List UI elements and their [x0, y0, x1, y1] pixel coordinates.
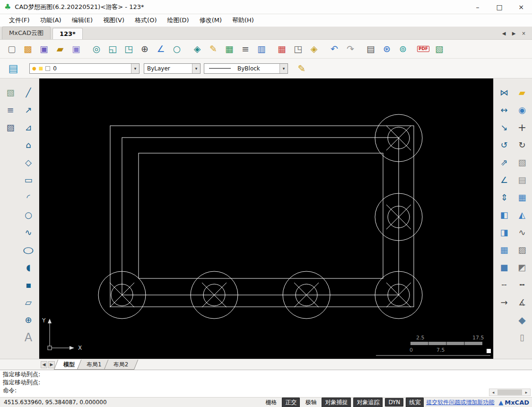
toggle-grid[interactable]: 栅格 [262, 398, 279, 407]
layer-select[interactable]: ● ■ 0 ▾ [29, 63, 140, 74]
new-layout-icon[interactable]: ▯ [515, 330, 530, 345]
extend-icon[interactable]: ↔ [497, 103, 512, 118]
menu-view[interactable]: 视图(V) [98, 15, 130, 26]
zoom-previous-icon[interactable]: ◎ [88, 41, 105, 57]
toggle-osnap[interactable]: 对象捕捉 [322, 398, 351, 407]
minimize-button[interactable]: – [467, 0, 488, 14]
zoom-extents-icon[interactable]: ◳ [121, 41, 137, 57]
command-scrollbar[interactable]: ◂ ▸ [489, 389, 531, 396]
undo-icon[interactable]: ↶ [326, 41, 342, 57]
next-tab-icon[interactable]: ▶ [510, 30, 517, 37]
revcloud-icon[interactable]: ⊕ [21, 312, 36, 328]
trim-icon[interactable]: ⋈ [497, 85, 512, 100]
linetype-dropdown-arrow[interactable]: ▾ [279, 64, 288, 73]
polygon-icon[interactable]: ⌂ [21, 138, 36, 153]
toggle-ortho[interactable]: 正交 [282, 398, 300, 407]
prev-tab-icon[interactable]: ◀ [500, 30, 507, 37]
toggle-polar[interactable]: 极轴 [302, 398, 319, 407]
save-icon[interactable]: ▣ [36, 41, 52, 57]
hatch-edit-icon[interactable]: ▨ [515, 242, 530, 258]
text-icon[interactable]: A [21, 330, 36, 345]
chamfer-icon[interactable]: ∠ [497, 173, 512, 188]
scale-icon[interactable]: ⇗ [497, 155, 512, 170]
align-icon[interactable]: ▦ [497, 242, 512, 258]
lengthen-icon[interactable]: ↘ [497, 120, 512, 135]
menu-format[interactable]: 格式(O) [130, 15, 162, 26]
scroll-left-icon[interactable]: ◂ [489, 389, 497, 396]
inscribed-polygon-icon[interactable]: ◇ [21, 155, 36, 170]
linetype-select[interactable]: ByBlock ▾ [204, 63, 288, 74]
rotate-ccw-icon[interactable]: ↺ [497, 138, 512, 153]
copy-icon[interactable]: ◉ [515, 103, 530, 118]
color-dropdown-arrow[interactable]: ▾ [192, 64, 200, 73]
image-export-icon[interactable]: ▧ [431, 41, 447, 57]
divide-icon[interactable]: ⇕ [497, 190, 512, 205]
text-style-icon[interactable]: ≡ [237, 41, 253, 57]
pan-icon[interactable]: ⊕ [137, 41, 153, 57]
prev-layout-icon[interactable]: ◀ [41, 361, 47, 368]
circle-icon[interactable]: ○ [21, 208, 36, 223]
line-icon[interactable]: ╱ [21, 85, 36, 100]
stretch-icon[interactable]: ▧ [515, 155, 530, 170]
toggle-lineweight[interactable]: 线宽 [406, 398, 424, 407]
find-icon[interactable]: ◈ [189, 41, 205, 57]
pdf-export-icon[interactable]: PDF [415, 41, 431, 57]
spline-edit-icon[interactable]: ∿ [515, 225, 530, 240]
print-icon[interactable]: ▤ [363, 41, 379, 57]
array-icon[interactable]: ▦ [515, 190, 530, 205]
polyline-icon[interactable]: ⊿ [21, 120, 36, 135]
color-select[interactable]: ByLayer ▾ [144, 63, 201, 74]
mirror-copy-icon[interactable]: ◭ [515, 208, 530, 223]
close-button[interactable]: × [510, 0, 532, 14]
menu-edit[interactable]: 编辑(E) [67, 15, 98, 26]
ellipse-arc-icon[interactable]: ◖ [21, 260, 36, 275]
toggle-otrack[interactable]: 对象追踪 [353, 398, 383, 407]
ellipse-icon[interactable]: ○ [21, 242, 36, 258]
menu-modify[interactable]: 修改(M) [194, 15, 227, 26]
next-layout-icon[interactable]: ▶ [48, 361, 55, 368]
erase-icon[interactable]: ▰ [515, 85, 530, 100]
save-as-icon[interactable]: ▣ [68, 41, 84, 57]
open-folder-icon[interactable]: ▰ [52, 41, 68, 57]
box-3d-icon[interactable]: ◆ [515, 312, 530, 328]
text-align-icon[interactable]: ≡ [3, 103, 18, 118]
stamp-icon[interactable]: ◈ [306, 41, 322, 57]
xline-icon[interactable]: ↗ [21, 103, 36, 118]
point-icon[interactable]: ▪ [21, 277, 36, 293]
zoom-window-icon[interactable]: ◱ [105, 41, 121, 57]
hatch-icon[interactable]: ▨ [3, 120, 18, 135]
menu-file[interactable]: 文件(F) [4, 15, 35, 26]
maximize-button[interactable]: □ [488, 0, 510, 14]
web-icon[interactable]: ⊛ [379, 41, 395, 57]
toggle-dyn[interactable]: DYN [385, 398, 403, 407]
menu-help[interactable]: 帮助(H) [227, 15, 259, 26]
menu-function[interactable]: 功能(A) [35, 15, 67, 26]
region-icon[interactable]: ■ [497, 260, 512, 275]
doc-tab-mxcad-cloud[interactable]: MxCAD云图 [2, 26, 51, 39]
explode-icon[interactable]: → [497, 295, 512, 310]
layer-dropdown-arrow[interactable]: ▾ [131, 64, 139, 73]
wipeout-icon[interactable]: ▱ [21, 295, 36, 310]
close-tab-icon[interactable]: × [520, 30, 527, 37]
paste-select-icon[interactable]: ◳ [290, 41, 306, 57]
table-icon[interactable]: ▦ [221, 41, 237, 57]
viewport-icon[interactable]: ▥ [253, 41, 270, 57]
layers-icon[interactable]: ▤ [4, 61, 23, 77]
extrude-icon[interactable]: ▤ [515, 173, 530, 188]
measure-icon[interactable]: ∡ [515, 295, 530, 310]
linetype-edit-pencil-icon[interactable]: ✎ [294, 61, 310, 77]
new-file-icon[interactable]: ▢ [4, 41, 20, 57]
zoom-realtime-icon[interactable]: ○ [169, 41, 185, 57]
arc-icon[interactable]: ◜ [21, 190, 36, 205]
doc-tab-123[interactable]: 123* [52, 28, 83, 39]
offset-icon[interactable]: ◨ [497, 225, 512, 240]
spline-icon[interactable]: ∿ [21, 225, 36, 240]
color-table-icon[interactable]: ▦ [274, 41, 290, 57]
redo-icon[interactable]: ↷ [342, 41, 358, 57]
rotate-icon[interactable]: ↻ [515, 138, 530, 153]
move-icon[interactable]: + [515, 120, 530, 135]
draw-pencil-icon[interactable]: ✎ [205, 41, 221, 57]
raster-image-icon[interactable]: ▧ [3, 85, 18, 100]
feedback-link[interactable]: 提交软件问题或增加新功能 [426, 398, 494, 407]
command-line-area[interactable]: 指定移动到点: 指定移动到点: 命令: ◂ ▸ [0, 370, 532, 397]
